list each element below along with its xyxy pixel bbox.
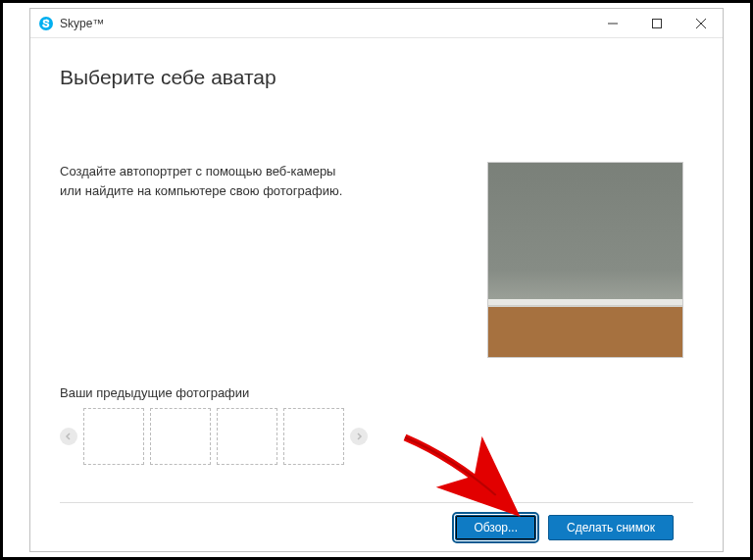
app-window: Skype™ Выберите себе аватар Создайте авт… xyxy=(29,8,724,552)
window-title: Skype™ xyxy=(60,17,104,30)
previous-photos-label: Ваши предыдущие фотографии xyxy=(60,385,693,400)
minimize-button[interactable] xyxy=(590,9,634,37)
photo-thumbnail[interactable] xyxy=(283,408,344,465)
previous-photos-row xyxy=(60,408,693,465)
maximize-button[interactable] xyxy=(634,9,678,37)
skype-icon xyxy=(38,16,54,31)
footer-bar: Обзор... Сделать снимок xyxy=(60,502,693,551)
photo-thumbnail[interactable] xyxy=(217,408,277,465)
photo-thumbnail[interactable] xyxy=(83,408,144,465)
page-title: Выберите себе аватар xyxy=(60,66,693,89)
close-button[interactable] xyxy=(678,9,723,37)
next-arrow-icon[interactable] xyxy=(350,428,368,445)
browse-button[interactable]: Обзор... xyxy=(455,515,536,540)
avatar-preview xyxy=(487,162,683,358)
instructions-text: Создайте автопортрет с помощью веб-камер… xyxy=(60,162,354,358)
photo-thumbnail[interactable] xyxy=(150,408,211,465)
content-area: Выберите себе аватар Создайте автопортре… xyxy=(30,38,723,551)
window-controls xyxy=(590,9,723,37)
take-snapshot-button[interactable]: Сделать снимок xyxy=(548,515,674,540)
prev-arrow-icon[interactable] xyxy=(60,428,77,445)
svg-rect-2 xyxy=(652,19,661,27)
title-bar: Skype™ xyxy=(30,9,723,38)
